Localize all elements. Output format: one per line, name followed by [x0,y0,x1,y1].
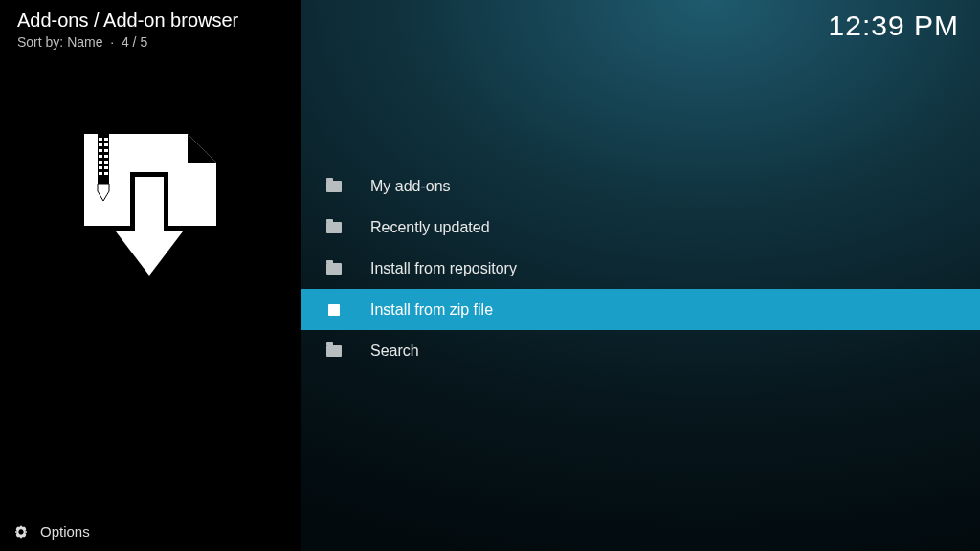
install-zip-large-icon [75,134,218,277]
sort-line: Sort by: Name · 4 / 5 [17,34,147,50]
menu-item-search[interactable]: Search [301,330,980,371]
svg-rect-1 [135,177,164,234]
svg-rect-14 [104,166,108,169]
menu-item-label: Recently updated [370,219,490,236]
options-button[interactable]: Options [13,523,90,540]
sort-label: Sort by: Name [17,34,102,50]
menu-item-label: Install from repository [370,260,517,277]
zip-file-icon [324,300,344,320]
svg-rect-13 [99,166,102,169]
options-settings-icon [13,524,29,540]
clock: 12:39 PM [829,10,959,42]
menu-item-install-from-repository[interactable]: Install from repository [301,248,980,289]
svg-rect-7 [99,149,102,152]
menu-item-label: Search [370,342,419,360]
svg-rect-9 [99,155,102,158]
folder-icon [324,218,344,237]
menu-item-my-addons[interactable]: My add-ons [301,165,980,207]
menu-item-install-from-zip[interactable]: Install from zip file [301,289,980,330]
menu-item-label: Install from zip file [370,301,493,319]
svg-rect-4 [104,138,108,141]
svg-rect-11 [99,161,102,164]
main-panel: 12:39 PM My add-ons Recently updated Ins… [301,0,980,551]
svg-rect-8 [104,149,108,152]
addon-menu: My add-ons Recently updated Install from… [301,165,980,371]
svg-rect-3 [99,138,102,141]
menu-item-label: My add-ons [370,178,451,195]
menu-item-recently-updated[interactable]: Recently updated [301,207,980,248]
folder-icon [324,342,344,361]
sidebar: Add-ons / Add-on browser Sort by: Name ·… [0,0,301,551]
breadcrumb: Add-ons / Add-on browser [17,10,238,32]
svg-rect-5 [99,143,102,146]
options-label: Options [40,523,90,540]
position-indicator: 4 / 5 [122,34,147,50]
svg-rect-10 [104,155,108,158]
svg-rect-12 [104,161,108,164]
svg-rect-16 [104,172,108,175]
svg-rect-6 [104,143,108,146]
svg-rect-15 [99,172,102,175]
folder-icon [324,177,344,196]
folder-icon [324,259,344,278]
